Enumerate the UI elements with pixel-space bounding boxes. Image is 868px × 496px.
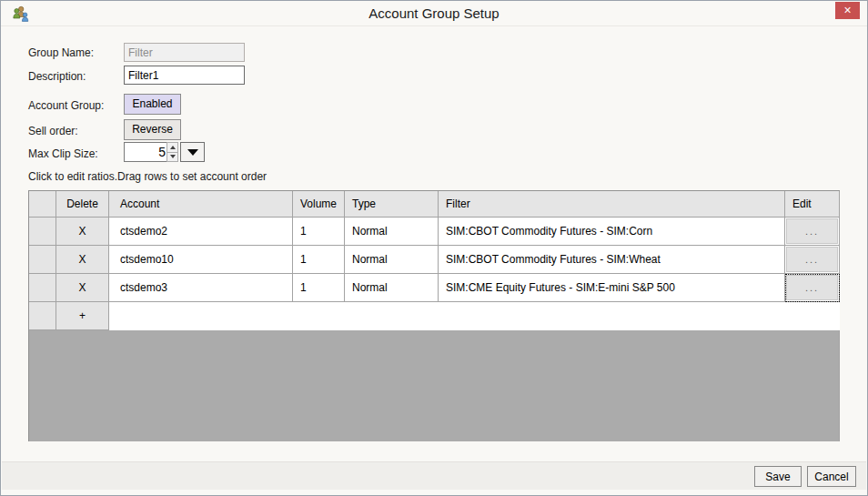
header-edit: Edit	[785, 191, 840, 218]
close-button[interactable]: ×	[835, 2, 860, 19]
accounts-grid: Delete Account Volume Type Filter Edit X…	[28, 190, 840, 441]
header-account: Account	[109, 191, 293, 218]
edit-cell-focused: ...	[785, 274, 840, 302]
row-selector[interactable]	[29, 246, 56, 274]
filter-cell[interactable]: SIM:CBOT Commodity Futures - SIM:Corn	[439, 218, 785, 246]
volume-cell[interactable]: 1	[293, 246, 345, 274]
max-clip-size-control: 5	[124, 142, 205, 162]
account-group-label: Account Group:	[28, 99, 104, 112]
edit-ellipsis-button[interactable]: ...	[786, 218, 838, 244]
account-group-setup-dialog: Account Group Setup × Group Name: Descri…	[0, 0, 868, 496]
sell-order-reverse-button[interactable]: Reverse	[124, 119, 181, 140]
add-row-empty-area	[109, 302, 840, 330]
delete-cell[interactable]: X	[56, 274, 109, 302]
volume-cell[interactable]: 1	[293, 274, 345, 302]
max-clip-size-stepper	[167, 142, 178, 162]
row-selector[interactable]	[29, 302, 56, 330]
filter-cell[interactable]: SIM:CME Equity Futures - SIM:E-mini S&P …	[439, 274, 785, 302]
grid-header-row: Delete Account Volume Type Filter Edit	[29, 191, 840, 218]
table-row[interactable]: X ctsdemo2 1 Normal SIM:CBOT Commodity F…	[29, 218, 840, 246]
row-selector[interactable]	[29, 218, 56, 246]
max-clip-size-dropdown-button[interactable]	[180, 142, 205, 162]
add-row[interactable]: +	[29, 302, 840, 330]
header-volume: Volume	[293, 191, 345, 218]
grid-empty-area	[29, 330, 840, 441]
account-cell[interactable]: ctsdemo3	[109, 274, 293, 302]
group-name-input	[124, 43, 245, 62]
header-type: Type	[345, 191, 439, 218]
edit-cell: ...	[785, 246, 840, 274]
footer-panel	[2, 461, 866, 490]
cancel-button[interactable]: Cancel	[807, 466, 856, 487]
header-rowselector	[29, 191, 56, 218]
account-cell[interactable]: ctsdemo2	[109, 218, 293, 246]
description-label: Description:	[28, 70, 86, 83]
type-cell[interactable]: Normal	[345, 218, 439, 246]
arrow-up-icon	[170, 146, 176, 149]
max-clip-size-value[interactable]: 5	[124, 142, 167, 162]
edit-ellipsis-button[interactable]: ...	[786, 275, 838, 300]
header-delete: Delete	[56, 191, 109, 218]
table-row[interactable]: X ctsdemo3 1 Normal SIM:CME Equity Futur…	[29, 274, 840, 302]
type-cell[interactable]: Normal	[345, 246, 439, 274]
save-button[interactable]: Save	[754, 466, 802, 487]
account-group-enabled-button[interactable]: Enabled	[124, 94, 181, 115]
filter-cell[interactable]: SIM:CBOT Commodity Futures - SIM:Wheat	[439, 246, 785, 274]
ratio-hint-text: Click to edit ratios.Drag rows to set ac…	[28, 170, 267, 183]
description-input[interactable]	[124, 66, 245, 85]
max-clip-size-label: Max Clip Size:	[28, 147, 98, 160]
row-selector[interactable]	[29, 274, 56, 302]
title-bar: Account Group Setup ×	[1, 1, 867, 26]
header-filter: Filter	[439, 191, 785, 218]
volume-cell[interactable]: 1	[293, 218, 345, 246]
group-name-label: Group Name:	[28, 46, 94, 59]
delete-cell[interactable]: X	[56, 218, 109, 246]
sell-order-label: Sell order:	[28, 125, 78, 137]
edit-ellipsis-button[interactable]: ...	[786, 247, 838, 272]
edit-cell: ...	[785, 218, 840, 246]
spin-down-button[interactable]	[167, 152, 178, 163]
account-cell[interactable]: ctsdemo10	[109, 246, 293, 274]
add-row-button[interactable]: +	[56, 302, 109, 330]
table-row[interactable]: X ctsdemo10 1 Normal SIM:CBOT Commodity …	[29, 246, 840, 274]
window-title: Account Group Setup	[1, 1, 867, 26]
arrow-down-icon	[170, 155, 176, 158]
type-cell[interactable]: Normal	[345, 274, 439, 302]
delete-cell[interactable]: X	[56, 246, 109, 274]
chevron-down-icon	[187, 149, 198, 156]
